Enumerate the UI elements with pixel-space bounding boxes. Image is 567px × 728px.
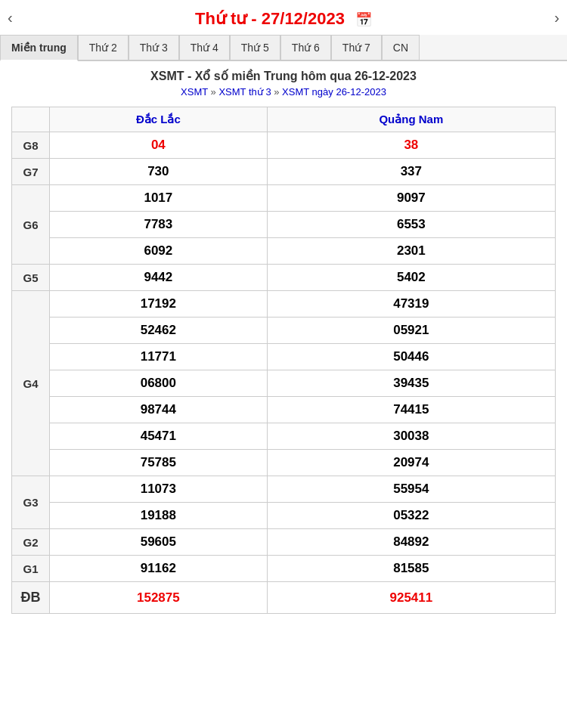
prize-col2-value: 925411: [267, 582, 555, 614]
province2-header: Quảng Nam: [267, 107, 555, 132]
table-row: G31107355954: [12, 476, 556, 503]
prize-col2-value: 47319: [267, 291, 555, 318]
tab-thứ-3[interactable]: Thứ 3: [129, 35, 179, 60]
prize-col2-value: 5402: [267, 265, 555, 291]
prev-date-button[interactable]: ‹: [8, 9, 13, 26]
prize-label: G4: [12, 291, 50, 476]
prize-col2-value: 55954: [267, 476, 555, 503]
page-title: XSMT - Xổ số miền Trung hôm qua 26-12-20…: [11, 69, 556, 83]
table-row: 4547130038: [12, 423, 556, 450]
lottery-table: Đắc Lắc Quảng Nam G80438G7730337G6101790…: [11, 107, 556, 614]
table-row: 7578520974: [12, 450, 556, 476]
table-row: 5246205921: [12, 318, 556, 344]
prize-col2-value: 20974: [267, 450, 555, 476]
breadcrumb-sep1: »: [208, 86, 218, 98]
main-content: XSMT - Xổ số miền Trung hôm qua 26-12-20…: [0, 61, 567, 621]
breadcrumb: XSMT » XSMT thứ 3 » XSMT ngày 26-12-2023: [11, 86, 556, 98]
date-text: Thứ tư - 27/12/2023: [195, 9, 345, 28]
next-date-button[interactable]: ›: [554, 9, 559, 26]
table-row: G7730337: [12, 159, 556, 185]
prize-col2-value: 05322: [267, 503, 555, 529]
prize-label: G1: [12, 556, 50, 582]
prize-label: ĐB: [12, 582, 50, 614]
prize-col1-value: 52462: [50, 318, 268, 344]
prize-col1-value: 152875: [50, 582, 268, 614]
calendar-icon[interactable]: 📅: [355, 12, 372, 27]
prize-col1-value: 91162: [50, 556, 268, 582]
table-row: G19116281585: [12, 556, 556, 582]
prize-col2-value: 50446: [267, 344, 555, 370]
prize-col2-value: 30038: [267, 423, 555, 450]
prize-label: G7: [12, 159, 50, 185]
prize-col1-value: 9442: [50, 265, 268, 291]
table-row: 0680039435: [12, 370, 556, 397]
prize-col2-value: 81585: [267, 556, 555, 582]
breadcrumb-link2[interactable]: XSMT thứ 3: [218, 86, 271, 98]
tab-thứ-4[interactable]: Thứ 4: [179, 35, 230, 60]
table-row: G610179097: [12, 185, 556, 212]
prize-col1-value: 19188: [50, 503, 268, 529]
header: ‹ Thứ tư - 27/12/2023 📅 ›: [0, 0, 567, 35]
prize-col2-value: 6553: [267, 212, 555, 238]
tab-thứ-7[interactable]: Thứ 7: [331, 35, 382, 60]
prize-col-header: [12, 107, 50, 132]
prize-col1-value: 730: [50, 159, 268, 185]
prize-col2-value: 2301: [267, 238, 555, 265]
table-row: 9874474415: [12, 397, 556, 423]
tab-thứ-5[interactable]: Thứ 5: [230, 35, 280, 60]
prize-label: G5: [12, 265, 50, 291]
tab-thứ-2[interactable]: Thứ 2: [78, 35, 129, 60]
prize-col1-value: 7783: [50, 212, 268, 238]
breadcrumb-link3[interactable]: XSMT ngày 26-12-2023: [282, 86, 386, 98]
breadcrumb-sep2: »: [271, 86, 282, 98]
prize-col1-value: 1017: [50, 185, 268, 212]
page-date-title: Thứ tư - 27/12/2023 📅: [195, 9, 372, 29]
table-row: 1177150446: [12, 344, 556, 370]
prize-label: G2: [12, 529, 50, 556]
prize-col1-value: 17192: [50, 291, 268, 318]
prize-label: G6: [12, 185, 50, 265]
tab-bar: Miền trungThứ 2Thứ 3Thứ 4Thứ 5Thứ 6Thứ 7…: [0, 35, 567, 61]
prize-col2-value: 05921: [267, 318, 555, 344]
prize-col1-value: 06800: [50, 370, 268, 397]
prize-label: G8: [12, 132, 50, 159]
province1-header: Đắc Lắc: [50, 107, 268, 132]
prize-col2-value: 84892: [267, 529, 555, 556]
tab-miền-trung[interactable]: Miền trung: [0, 35, 78, 61]
table-row: G41719247319: [12, 291, 556, 318]
prize-col1-value: 6092: [50, 238, 268, 265]
prize-col2-value: 337: [267, 159, 555, 185]
prize-col2-value: 39435: [267, 370, 555, 397]
prize-col2-value: 38: [267, 132, 555, 159]
prize-col1-value: 98744: [50, 397, 268, 423]
prize-col2-value: 74415: [267, 397, 555, 423]
table-row: ĐB152875925411: [12, 582, 556, 614]
prize-col1-value: 75785: [50, 450, 268, 476]
table-row: 77836553: [12, 212, 556, 238]
table-row: 1918805322: [12, 503, 556, 529]
prize-col1-value: 11073: [50, 476, 268, 503]
table-row: G25960584892: [12, 529, 556, 556]
tab-thứ-6[interactable]: Thứ 6: [280, 35, 331, 60]
table-row: G80438: [12, 132, 556, 159]
prize-col1-value: 59605: [50, 529, 268, 556]
prize-col2-value: 9097: [267, 185, 555, 212]
breadcrumb-link1[interactable]: XSMT: [181, 86, 208, 98]
table-row: 60922301: [12, 238, 556, 265]
tab-cn[interactable]: CN: [382, 35, 420, 60]
table-row: G594425402: [12, 265, 556, 291]
prize-col1-value: 04: [50, 132, 268, 159]
prize-label: G3: [12, 476, 50, 529]
prize-col1-value: 11771: [50, 344, 268, 370]
prize-col1-value: 45471: [50, 423, 268, 450]
